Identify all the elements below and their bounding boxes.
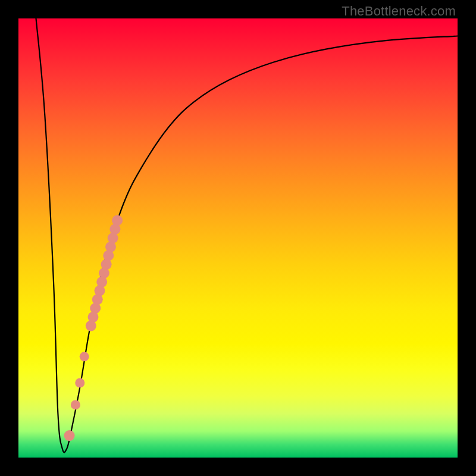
marker-dot-c — [71, 400, 80, 409]
chart-frame: TheBottleneck.com — [0, 0, 476, 476]
marker-dot-a — [80, 352, 89, 361]
bottleneck-curve — [36, 18, 458, 452]
marker-dot-b — [75, 378, 84, 388]
curve-path — [36, 18, 458, 452]
marker-group — [64, 215, 123, 441]
chart-svg — [18, 18, 458, 458]
marker-band-bot — [86, 321, 96, 331]
watermark-text: TheBottleneck.com — [342, 4, 456, 19]
marker-dot-d — [64, 430, 75, 441]
plot-area — [18, 18, 458, 458]
